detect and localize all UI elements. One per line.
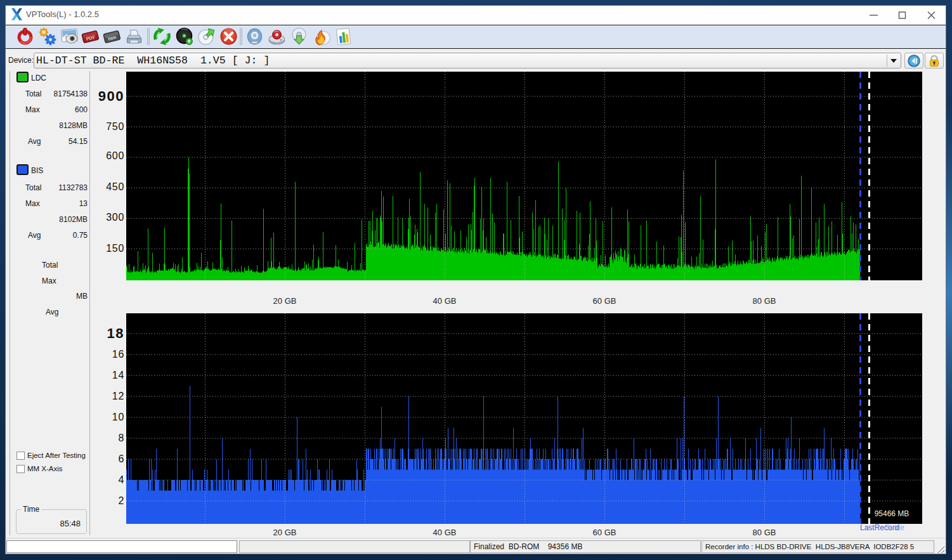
svg-text:95466 MB: 95466 MB (875, 509, 910, 518)
